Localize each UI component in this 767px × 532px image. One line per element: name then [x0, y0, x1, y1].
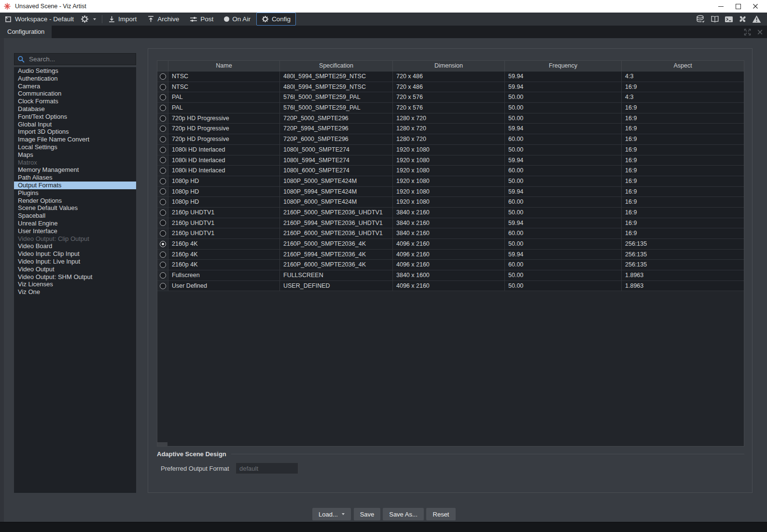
- sidebar-item-authentication[interactable]: Authentication: [14, 75, 136, 83]
- format-radio[interactable]: [160, 105, 166, 111]
- sidebar-item-plugins[interactable]: Plugins: [14, 189, 136, 197]
- format-radio[interactable]: [160, 188, 166, 195]
- workspace-menu[interactable]: Workspace - Default: [2, 14, 76, 24]
- format-radio[interactable]: [160, 199, 166, 205]
- table-row[interactable]: PAL576I_5000_SMPTE259_PAL720 x 57650.001…: [157, 103, 744, 113]
- format-radio[interactable]: [160, 272, 166, 279]
- minimize-button[interactable]: [712, 0, 729, 13]
- table-row[interactable]: 1080i HD Interlaced1080I_5994_SMPTE27419…: [157, 155, 744, 166]
- sidebar-item-database[interactable]: Database: [14, 105, 136, 113]
- table-row[interactable]: 1080i HD Interlaced1080I_6000_SMPTE27419…: [157, 166, 744, 176]
- post-button[interactable]: Post: [188, 14, 215, 24]
- format-radio[interactable]: [160, 94, 166, 100]
- sidebar-item-video-output-shm-output[interactable]: Video Output: SHM Output: [14, 273, 136, 281]
- sidebar-item-spaceball[interactable]: Spaceball: [14, 212, 136, 220]
- sidebar-item-global-input[interactable]: Global Input: [14, 121, 136, 128]
- format-radio[interactable]: [160, 168, 166, 174]
- format-radio[interactable]: [160, 115, 166, 122]
- format-radio[interactable]: [160, 252, 166, 258]
- sidebar-item-communication[interactable]: Communication: [14, 90, 136, 98]
- table-row[interactable]: 1080p HD1080P_6000_SMPTE424M1920 x 10806…: [157, 197, 744, 208]
- database-icon[interactable]: [696, 15, 705, 23]
- table-row[interactable]: 2160p 4K2160P_6000_SMPTE2036_4K4096 x 21…: [157, 260, 744, 270]
- table-row[interactable]: 2160p UHDTV12160P_5000_SMPTE2036_UHDTV13…: [157, 208, 744, 218]
- sidebar-item-video-output[interactable]: Video Output: [14, 266, 136, 273]
- console-icon[interactable]: [725, 16, 733, 23]
- sidebar-item-render-options[interactable]: Render Options: [14, 197, 136, 205]
- cell-aspect: 16:9: [621, 176, 744, 186]
- save-button[interactable]: Save: [354, 508, 380, 520]
- format-radio-selected[interactable]: [160, 241, 166, 247]
- fan-spinner-icon[interactable]: [739, 15, 747, 23]
- header-dimension: Dimension: [392, 61, 504, 71]
- load-button[interactable]: Load...: [312, 508, 351, 520]
- sidebar-item-video-board[interactable]: Video Board: [14, 242, 136, 250]
- sidebar-item-font-text-options[interactable]: Font/Text Options: [14, 113, 136, 121]
- sidebar-item-viz-one[interactable]: Viz One: [14, 288, 136, 296]
- table-row[interactable]: NTSC480I_5994_SMPTE259_NTSC720 x 48659.9…: [157, 71, 744, 82]
- config-button[interactable]: Config: [256, 13, 296, 26]
- sidebar-item-video-input-live-input[interactable]: Video Input: Live Input: [14, 258, 136, 266]
- sidebar-item-unreal-engine[interactable]: Unreal Engine: [14, 220, 136, 227]
- sidebar-item-local-settings[interactable]: Local Settings: [14, 143, 136, 151]
- sidebar-item-camera[interactable]: Camera: [14, 83, 136, 90]
- sidebar-item-clock-formats[interactable]: Clock Formats: [14, 98, 136, 105]
- save-as-button[interactable]: Save As...: [383, 508, 424, 520]
- search-input[interactable]: [28, 55, 133, 63]
- window-bottom-strip: [0, 522, 767, 532]
- sidebar-item-output-formats[interactable]: Output Formats: [14, 182, 136, 189]
- table-row[interactable]: 1080p HD1080P_5994_SMPTE424M1920 x 10805…: [157, 187, 744, 197]
- sidebar-item-audio-settings[interactable]: Audio Settings: [14, 67, 136, 75]
- expand-icon[interactable]: [744, 28, 751, 36]
- table-row[interactable]: PAL576I_5000_SMPTE259_PAL720 x 57650.004…: [157, 92, 744, 103]
- table-row[interactable]: 720p HD Progressive720P_5000_SMPTE296128…: [157, 113, 744, 124]
- format-radio[interactable]: [160, 283, 166, 289]
- format-radio[interactable]: [160, 178, 166, 184]
- reset-button[interactable]: Reset: [426, 508, 456, 520]
- format-radio[interactable]: [160, 262, 166, 268]
- format-radio[interactable]: [160, 230, 166, 237]
- format-radio[interactable]: [160, 210, 166, 216]
- preferred-output-format-input[interactable]: [236, 462, 298, 474]
- format-radio[interactable]: [160, 157, 166, 163]
- import-button[interactable]: Import: [106, 14, 139, 24]
- table-row[interactable]: NTSC480I_5994_SMPTE259_NTSC720 x 48659.9…: [157, 82, 744, 93]
- table-row[interactable]: User DefinedUSER_DEFINED4096 x 216050.00…: [157, 281, 744, 292]
- sidebar-item-video-output-clip-output[interactable]: Video Output: Clip Output: [14, 235, 136, 243]
- sidebar-item-matrox[interactable]: Matrox: [14, 159, 136, 167]
- table-row[interactable]: 720p HD Progressive720P_6000_SMPTE296128…: [157, 134, 744, 145]
- format-radio[interactable]: [160, 147, 166, 153]
- sidebar-item-viz-licenses[interactable]: Viz Licenses: [14, 280, 136, 288]
- format-radio[interactable]: [160, 73, 166, 80]
- warning-icon[interactable]: [752, 15, 761, 23]
- format-radio[interactable]: [160, 220, 166, 226]
- documentation-book-icon[interactable]: [711, 15, 719, 23]
- sidebar-item-maps[interactable]: Maps: [14, 151, 136, 159]
- sidebar-item-import-3d-options[interactable]: Import 3D Options: [14, 128, 136, 136]
- close-tab-icon[interactable]: [757, 29, 763, 35]
- table-row[interactable]: 2160p UHDTV12160P_5994_SMPTE2036_UHDTV13…: [157, 218, 744, 229]
- format-radio[interactable]: [160, 136, 166, 142]
- sidebar-item-memory-management[interactable]: Memory Management: [14, 166, 136, 174]
- table-row[interactable]: FullscreenFULLSCREEN3840 x 160050.001.89…: [157, 270, 744, 281]
- table-row[interactable]: 2160p 4K2160P_5000_SMPTE2036_4K4096 x 21…: [157, 239, 744, 250]
- settings-menu-button[interactable]: [79, 14, 98, 24]
- tab-configuration[interactable]: Configuration: [0, 26, 52, 38]
- maximize-button[interactable]: [729, 0, 747, 13]
- sidebar-item-path-aliases[interactable]: Path Aliases: [14, 174, 136, 182]
- table-row[interactable]: 1080p HD1080P_5000_SMPTE424M1920 x 10805…: [157, 176, 744, 187]
- sidebar-item-video-input-clip-input[interactable]: Video Input: Clip Input: [14, 250, 136, 258]
- close-button[interactable]: [747, 0, 764, 13]
- format-radio[interactable]: [160, 84, 166, 90]
- on-air-button[interactable]: On Air: [222, 14, 252, 24]
- format-radio[interactable]: [160, 126, 166, 132]
- sidebar-item-scene-default-values[interactable]: Scene Default Values: [14, 204, 136, 212]
- table-row[interactable]: 2160p UHDTV12160P_6000_SMPTE2036_UHDTV13…: [157, 228, 744, 239]
- sidebar-item-user-interface[interactable]: User Interface: [14, 227, 136, 235]
- cell-radio: [157, 166, 168, 176]
- table-row[interactable]: 2160p 4K2160P_5994_SMPTE2036_4K4096 x 21…: [157, 250, 744, 260]
- sidebar-item-image-file-name-convert[interactable]: Image File Name Convert: [14, 136, 136, 143]
- table-row[interactable]: 720p HD Progressive720P_5994_SMPTE296128…: [157, 124, 744, 134]
- table-row[interactable]: 1080i HD Interlaced1080I_5000_SMPTE27419…: [157, 145, 744, 155]
- archive-button[interactable]: Archive: [145, 14, 181, 24]
